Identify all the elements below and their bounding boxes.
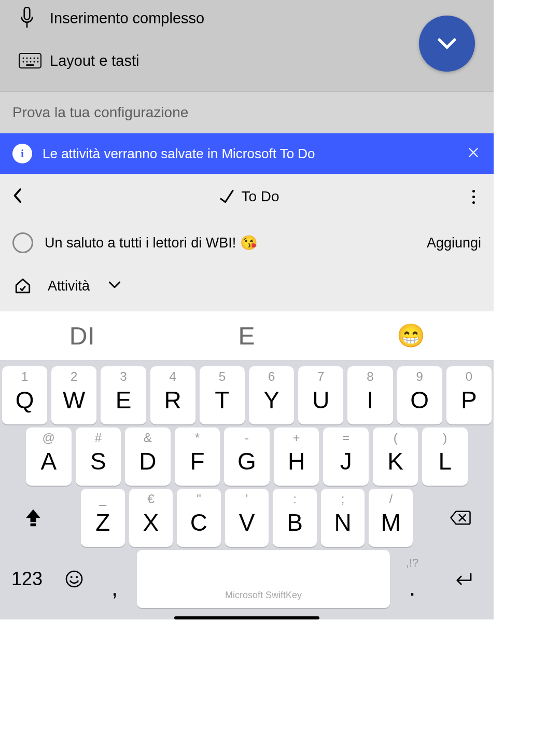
svg-point-12: [37, 61, 39, 63]
key-hint: ): [443, 431, 447, 445]
emoji-key[interactable]: [56, 550, 92, 608]
key-Q[interactable]: 1Q: [2, 366, 47, 424]
key-D[interactable]: &D: [125, 427, 171, 486]
svg-rect-0: [24, 7, 30, 20]
key-hint: 3: [120, 369, 127, 384]
key-hint: €: [147, 492, 154, 506]
key-main: Z: [95, 508, 110, 536]
svg-point-17: [76, 576, 78, 578]
svg-point-5: [30, 58, 32, 59]
chevron-left-icon: [12, 188, 22, 203]
comma-key[interactable]: ,: [96, 550, 133, 608]
key-X[interactable]: €X: [129, 489, 173, 547]
key-hint: -: [245, 431, 249, 445]
add-button[interactable]: Aggiungi: [427, 235, 481, 251]
key-main: O: [410, 386, 429, 414]
suggestion-3[interactable]: 😁: [329, 322, 494, 349]
config-test-bar[interactable]: Prova la tua configurazione: [0, 91, 494, 133]
info-icon: i: [12, 144, 32, 163]
key-hint: @: [43, 431, 55, 445]
key-main: C: [190, 508, 207, 536]
key-W[interactable]: 2W: [51, 366, 96, 424]
key-main: F: [190, 447, 204, 475]
task-input[interactable]: Un saluto a tutti i lettori di WBI! 😘: [45, 235, 415, 251]
key-hint: ": [197, 492, 201, 506]
key-hint: =: [342, 431, 349, 445]
shift-icon: [24, 508, 42, 528]
task-row: Un saluto a tutti i lettori di WBI! 😘 Ag…: [0, 219, 494, 266]
checkmark-icon: [219, 189, 235, 204]
key-A[interactable]: @A: [26, 427, 72, 486]
spacebar-label: Microsoft SwiftKey: [225, 590, 302, 601]
keyboard: DI E 😁 1Q2W3E4R5T6Y7U8I9O0P @A#S&D*F-G+H…: [0, 311, 494, 619]
key-B[interactable]: :B: [273, 489, 317, 547]
key-P[interactable]: 0P: [446, 366, 492, 424]
enter-key[interactable]: [435, 550, 492, 608]
key-V[interactable]: 'V: [225, 489, 269, 547]
todo-title: To Do: [241, 188, 279, 205]
key-hint: 2: [71, 369, 77, 384]
suggestion-2[interactable]: E: [164, 322, 329, 350]
key-C[interactable]: "C: [177, 489, 221, 547]
key-main: G: [237, 447, 256, 475]
key-J[interactable]: =J: [323, 427, 369, 486]
key-row-2: @A#S&D*F-G+H=J(K)L: [2, 427, 492, 486]
key-main: T: [215, 386, 229, 414]
info-banner: i Le attività verranno salvate in Micros…: [0, 133, 494, 174]
key-N[interactable]: ;N: [321, 489, 365, 547]
task-checkbox[interactable]: [12, 232, 33, 253]
svg-point-10: [30, 61, 32, 63]
key-main: E: [116, 386, 132, 414]
key-F[interactable]: *F: [175, 427, 220, 486]
key-O[interactable]: 9O: [397, 366, 442, 424]
key-main: D: [139, 447, 156, 475]
spacebar[interactable]: Microsoft SwiftKey: [137, 550, 390, 608]
back-button[interactable]: [12, 188, 33, 205]
svg-rect-14: [31, 523, 36, 526]
suggestion-1[interactable]: DI: [0, 322, 164, 350]
key-S[interactable]: #S: [76, 427, 121, 486]
key-main: X: [143, 508, 159, 536]
key-hint: #: [95, 431, 102, 445]
key-hint: +: [293, 431, 300, 445]
todo-header: To Do: [0, 174, 494, 219]
key-main: Y: [263, 386, 279, 414]
svg-point-9: [26, 61, 28, 63]
key-Y[interactable]: 6Y: [249, 366, 294, 424]
key-M[interactable]: /M: [369, 489, 413, 547]
smiley-icon: [65, 570, 83, 588]
key-R[interactable]: 4R: [150, 366, 195, 424]
key-T[interactable]: 5T: [200, 366, 245, 424]
key-hint: 1: [21, 369, 28, 384]
settings-item-voice-input[interactable]: Inserimento complesso: [0, 0, 494, 36]
key-E[interactable]: 3E: [101, 366, 146, 424]
mic-icon: [19, 7, 50, 29]
key-row-3: _Z€X"C'V:B;N/M: [2, 489, 492, 547]
key-H[interactable]: +H: [274, 427, 319, 486]
numbers-key[interactable]: 123: [2, 550, 52, 608]
key-U[interactable]: 7U: [298, 366, 343, 424]
shift-key[interactable]: [2, 489, 64, 547]
todo-panel: To Do Un saluto a tutti i lettori di WBI…: [0, 174, 494, 311]
key-hint: ': [246, 492, 248, 506]
key-K[interactable]: (K: [373, 427, 418, 486]
home-list-icon: [12, 275, 33, 296]
key-L[interactable]: )L: [422, 427, 468, 486]
key-main: U: [312, 386, 329, 414]
key-main: H: [288, 447, 305, 475]
key-main: Q: [16, 386, 34, 414]
key-main: M: [381, 508, 401, 536]
key-I[interactable]: 8I: [347, 366, 393, 424]
collapse-fab[interactable]: [419, 16, 475, 72]
list-selector[interactable]: Attività: [0, 266, 494, 311]
banner-close-button[interactable]: [466, 147, 481, 160]
key-G[interactable]: -G: [224, 427, 270, 486]
period-key[interactable]: ,!? .: [394, 550, 430, 608]
backspace-key[interactable]: [429, 489, 492, 547]
key-main: A: [40, 447, 57, 475]
key-main: J: [340, 447, 352, 475]
home-indicator: [174, 616, 319, 619]
todo-title-wrap: To Do: [33, 188, 466, 205]
more-button[interactable]: [466, 190, 481, 204]
key-Z[interactable]: _Z: [81, 489, 125, 547]
